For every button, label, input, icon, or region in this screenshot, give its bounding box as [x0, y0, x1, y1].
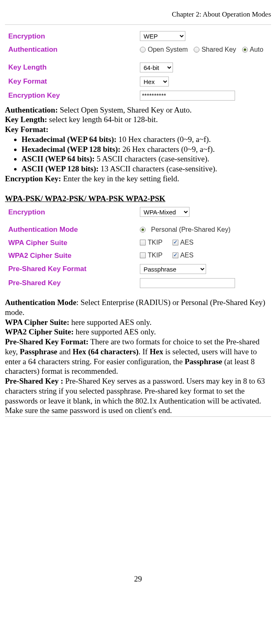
wpa-aes-text: AES — [180, 238, 194, 247]
wpa2-tkip-text: TKIP — [148, 251, 163, 260]
keylen-label: Key Length: — [5, 115, 47, 124]
radio-icon — [194, 47, 199, 53]
wpa2-cipher-dtext: here supported AES only. — [74, 327, 156, 336]
row-wpa2-cipher: WPA2 Cipher Suite TKIP AES — [5, 249, 271, 262]
wpa-settings-panel: Encryption WPA-Mixed Authentication Mode… — [5, 205, 271, 290]
auth-mode-personal-option[interactable]: Personal (Pre-Shared Key) — [140, 226, 230, 234]
keyfmt-label: Key Format: — [5, 125, 48, 134]
auth-mode-label: Authentication Mode — [8, 225, 137, 234]
encryption-label: Encryption — [8, 32, 137, 41]
wpa-tkip-text: TKIP — [148, 238, 163, 247]
wep-description: Authentication: Select Open System, Shar… — [5, 105, 271, 184]
chapter-header: Chapter 2: About Operation Modes — [5, 10, 271, 19]
enckey-text: Enter the key in the key setting field. — [61, 174, 179, 183]
row-psk: Pre-Shared Key — [5, 276, 271, 290]
wpa2-aes-option[interactable]: AES — [173, 251, 194, 260]
wpa-cipher-dtext: here supported AES only. — [70, 318, 152, 327]
page-number: 29 — [5, 574, 271, 584]
authentication-label: Authentication — [8, 45, 137, 54]
row-encryption-key: Encryption Key — [5, 89, 271, 103]
enckey-label: Encryption Key: — [5, 174, 61, 183]
encryption-key-label: Encryption Key — [8, 91, 137, 100]
pskfmt-dlabel: Pre-Shared Key Format: — [5, 337, 89, 346]
auth-text: Select Open System, Shared Key or Auto. — [58, 106, 192, 114]
encryption-select[interactable]: WEP — [140, 31, 185, 41]
key-format-select[interactable]: Hex — [140, 77, 169, 87]
authmode-label: Authentication Mode — [5, 298, 77, 307]
row-key-format: Key Format Hex — [5, 74, 271, 89]
key-format-list: Hexadecimal (WEP 64 bits): 10 Hex charac… — [5, 135, 271, 174]
auth-shared-text: Shared Key — [202, 46, 236, 54]
list-item: Hexadecimal (WEP 64 bits): 10 Hex charac… — [22, 135, 271, 144]
psk-dlabel: Pre-Shared Key : — [5, 377, 63, 385]
list-item: ASCII (WEP 128 bits): 13 ASCII character… — [22, 164, 271, 174]
auth-label: Authentication: — [5, 106, 58, 114]
psk-label: Pre-Shared Key — [8, 279, 137, 287]
psk-format-label: Pre-Shared Key Format — [8, 264, 137, 273]
checkbox-icon — [140, 252, 146, 258]
row-psk-format: Pre-Shared Key Format Passphrase — [5, 262, 271, 276]
row-encryption-2: Encryption WPA-Mixed — [5, 205, 271, 219]
radio-selected-icon — [140, 227, 146, 233]
wpa2-cipher-dlabel: WPA2 Cipher Suite: — [5, 327, 74, 336]
radio-selected-icon — [242, 47, 248, 53]
row-encryption: Encryption WEP — [5, 29, 271, 43]
encryption-label-2: Encryption — [8, 208, 137, 216]
list-item: Hexadecimal (WEP 128 bits): 26 Hex chara… — [22, 144, 271, 154]
encryption-select-2[interactable]: WPA-Mixed — [140, 207, 190, 217]
psk-input[interactable] — [140, 278, 235, 288]
row-key-length: Key Length 64-bit — [5, 60, 271, 74]
psk-format-select[interactable]: Passphrase — [140, 264, 206, 274]
auth-open-option[interactable]: Open System — [140, 46, 188, 54]
checkbox-icon — [140, 240, 146, 245]
wpa-cipher-dlabel: WPA Cipher Suite: — [5, 318, 70, 327]
encryption-key-input[interactable] — [140, 91, 235, 101]
wpa-cipher-label: WPA Cipher Suite — [8, 238, 137, 247]
auth-auto-option[interactable]: Auto — [242, 46, 264, 54]
row-auth-mode: Authentication Mode Personal (Pre-Shared… — [5, 223, 271, 236]
auth-shared-option[interactable]: Shared Key — [194, 46, 236, 54]
key-format-label: Key Format — [8, 77, 137, 86]
key-length-select[interactable]: 64-bit — [140, 62, 173, 72]
wpa-description: Authentication Mode: Select Enterprise (… — [5, 298, 271, 416]
keylen-text: select key length 64-bit or 128-bit. — [47, 115, 158, 124]
wep-settings-panel: Encryption WEP Authentication Open Syste… — [5, 29, 271, 102]
list-item: ASCII (WEP 64 bits): 5 ASCII characters … — [22, 154, 271, 164]
auth-open-text: Open System — [148, 46, 188, 54]
divider-bottom — [5, 416, 271, 417]
wpa2-cipher-label: WPA2 Cipher Suite — [8, 251, 137, 260]
auth-auto-text: Auto — [250, 46, 264, 54]
wpa-tkip-option[interactable]: TKIP — [140, 238, 163, 247]
wpa-section-heading: WPA-PSK/ WPA2-PSK/ WPA-PSK WPA2-PSK — [5, 194, 166, 204]
wpa2-aes-text: AES — [180, 251, 194, 260]
checkbox-checked-icon — [173, 240, 178, 245]
row-authentication: Authentication Open System Shared Key Au… — [5, 43, 271, 56]
radio-icon — [140, 47, 146, 53]
row-wpa-cipher: WPA Cipher Suite TKIP AES — [5, 236, 271, 249]
auth-mode-personal-text: Personal (Pre-Shared Key) — [151, 226, 230, 234]
key-length-label: Key Length — [8, 63, 137, 72]
wpa-aes-option[interactable]: AES — [173, 238, 194, 247]
checkbox-checked-icon — [173, 252, 178, 258]
wpa2-tkip-option[interactable]: TKIP — [140, 251, 163, 260]
divider — [5, 24, 271, 25]
